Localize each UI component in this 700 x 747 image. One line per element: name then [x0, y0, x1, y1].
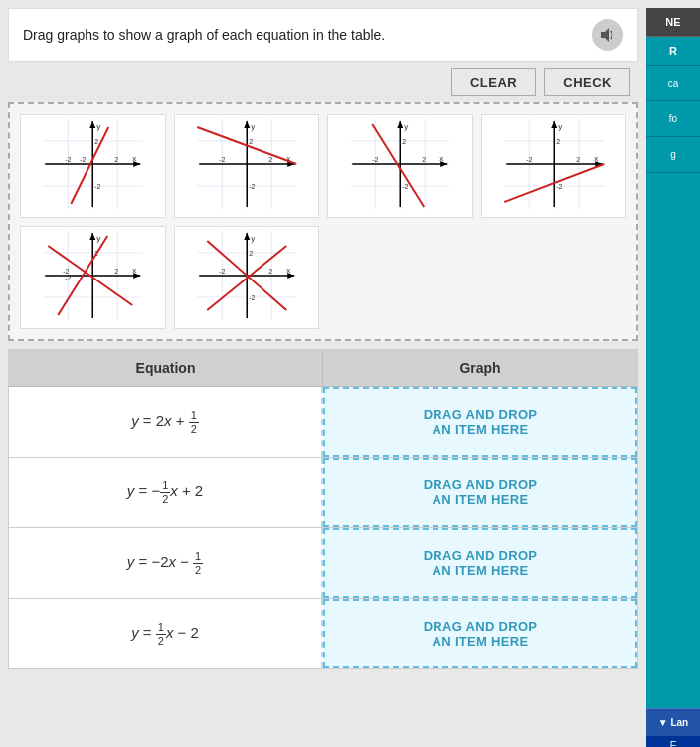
svg-text:2: 2: [249, 138, 253, 145]
graph-card-3[interactable]: y x -2 2 2 -2: [327, 114, 473, 218]
svg-text:2: 2: [576, 156, 580, 163]
svg-marker-27: [244, 121, 250, 128]
svg-marker-0: [601, 28, 609, 42]
sidebar-ca: ca: [646, 66, 700, 101]
svg-text:x: x: [439, 154, 443, 163]
svg-text:-2: -2: [249, 183, 255, 190]
svg-line-52: [372, 124, 424, 207]
svg-marker-78: [89, 233, 95, 240]
table-header-equation: Equation: [9, 350, 323, 386]
action-buttons-row: CLEAR CHECK: [8, 62, 638, 102]
table-header: Equation Graph: [9, 350, 637, 387]
drop-zone-3[interactable]: DRAG AND DROP AN ITEM HERE: [323, 528, 637, 598]
svg-text:-2: -2: [526, 156, 532, 163]
svg-text:y: y: [96, 122, 100, 131]
svg-marker-44: [397, 121, 403, 128]
sidebar-g: g: [646, 137, 700, 173]
equation-cell-4: y = 12x − 2: [9, 599, 323, 668]
graphs-area: y x -2 -2 2 2 -2: [8, 102, 638, 341]
svg-text:2: 2: [556, 138, 560, 145]
equation-text-2: y = −12x + 2: [127, 479, 203, 504]
svg-line-18: [71, 127, 108, 204]
svg-text:-2: -2: [80, 156, 86, 163]
svg-text:x: x: [132, 154, 136, 163]
table-row-3: y = −2x − 12 DRAG AND DROP AN ITEM HERE: [9, 528, 637, 599]
instruction-text: Drag graphs to show a graph of each equa…: [23, 27, 582, 43]
language-button[interactable]: ▼ Lan: [646, 708, 700, 736]
equation-text-3: y = −2x − 12: [127, 550, 203, 575]
equation-cell-3: y = −2x − 12: [9, 528, 323, 598]
svg-text:-2: -2: [65, 156, 71, 163]
check-button[interactable]: CHECK: [544, 68, 630, 96]
drop-zone-2[interactable]: DRAG AND DROP AN ITEM HERE: [323, 458, 637, 527]
svg-text:2: 2: [114, 268, 118, 275]
review-button[interactable]: R: [646, 37, 700, 66]
right-sidebar: NE R ca fo g ▼ Lan E: [646, 8, 700, 747]
instruction-bar: Drag graphs to show a graph of each equa…: [8, 8, 638, 62]
drop-text-1-line1: DRAG AND DROP: [424, 407, 538, 422]
drop-text-2-line1: DRAG AND DROP: [424, 477, 538, 492]
svg-text:x: x: [286, 266, 290, 275]
drop-text-3-line2: AN ITEM HERE: [433, 563, 529, 578]
svg-marker-96: [244, 233, 250, 240]
svg-text:-2: -2: [372, 156, 378, 163]
table-row-1: y = 2x + 12 DRAG AND DROP AN ITEM HERE: [9, 387, 637, 458]
graph-card-4[interactable]: y x -2 2 2 -2: [481, 114, 627, 218]
drop-text-4-line1: DRAG AND DROP: [424, 619, 538, 634]
clear-button[interactable]: CLEAR: [451, 68, 536, 96]
graph-svg-4: y x -2 2 2 -2: [486, 119, 622, 209]
speaker-icon: [599, 26, 616, 44]
graph-card-1[interactable]: y x -2 -2 2 2 -2: [20, 114, 166, 218]
language-sub-button[interactable]: E: [646, 736, 700, 747]
drop-zone-1[interactable]: DRAG AND DROP AN ITEM HERE: [323, 387, 637, 457]
svg-text:2: 2: [268, 156, 272, 163]
drop-text-1-line2: AN ITEM HERE: [433, 422, 529, 437]
svg-text:2: 2: [114, 156, 118, 163]
drop-text-4-line2: AN ITEM HERE: [433, 634, 529, 649]
speaker-button[interactable]: [592, 19, 623, 51]
graph-card-2[interactable]: y x -2 2 2 -2: [174, 114, 320, 218]
svg-text:2: 2: [402, 138, 406, 145]
table-row-4: y = 12x − 2 DRAG AND DROP AN ITEM HERE: [9, 599, 637, 668]
equation-text-4: y = 12x − 2: [131, 621, 199, 646]
svg-text:-2: -2: [94, 183, 100, 190]
svg-text:-2: -2: [65, 275, 71, 281]
svg-text:2: 2: [268, 268, 272, 275]
svg-text:-2: -2: [219, 268, 225, 275]
graph-card-6[interactable]: y x -2 2 2 -2: [174, 226, 320, 329]
drop-zone-4[interactable]: DRAG AND DROP AN ITEM HERE: [323, 599, 637, 668]
svg-text:y: y: [558, 122, 562, 131]
svg-text:-2: -2: [63, 268, 69, 275]
svg-text:-2: -2: [402, 183, 408, 190]
svg-text:-2: -2: [219, 156, 225, 163]
table-header-graph: Graph: [323, 350, 637, 386]
svg-text:y: y: [251, 234, 255, 243]
svg-marker-61: [551, 121, 557, 128]
svg-text:2: 2: [249, 250, 253, 257]
svg-text:2: 2: [422, 156, 426, 163]
drop-text-2-line2: AN ITEM HERE: [433, 492, 529, 507]
sidebar-fo: fo: [646, 101, 700, 137]
new-button[interactable]: NE: [646, 8, 700, 37]
graph-svg-6: y x -2 2 2 -2: [179, 231, 315, 320]
svg-text:-2: -2: [556, 183, 562, 190]
graph-svg-5: y x -2 -2 2 2: [25, 231, 161, 320]
graph-card-5[interactable]: y x -2 -2 2 2: [20, 226, 166, 329]
equation-cell-2: y = −12x + 2: [9, 458, 323, 527]
svg-text:y: y: [96, 234, 100, 243]
svg-marker-9: [89, 121, 95, 128]
graph-svg-2: y x -2 2 2 -2: [179, 119, 315, 209]
graph-svg-3: y x -2 2 2 -2: [332, 119, 468, 209]
equation-text-1: y = 2x + 12: [131, 409, 199, 434]
svg-text:y: y: [404, 122, 408, 131]
svg-text:x: x: [132, 266, 136, 275]
svg-text:y: y: [251, 122, 255, 131]
svg-text:2: 2: [94, 138, 98, 145]
equation-table: Equation Graph y = 2x + 12 DRAG AND DROP…: [8, 349, 638, 669]
equation-cell-1: y = 2x + 12: [9, 387, 323, 457]
drop-text-3-line1: DRAG AND DROP: [424, 548, 538, 563]
svg-text:-2: -2: [249, 294, 255, 301]
svg-text:x: x: [594, 154, 598, 163]
graph-svg-1: y x -2 -2 2 2 -2: [25, 119, 161, 209]
table-row-2: y = −12x + 2 DRAG AND DROP AN ITEM HERE: [9, 458, 637, 528]
